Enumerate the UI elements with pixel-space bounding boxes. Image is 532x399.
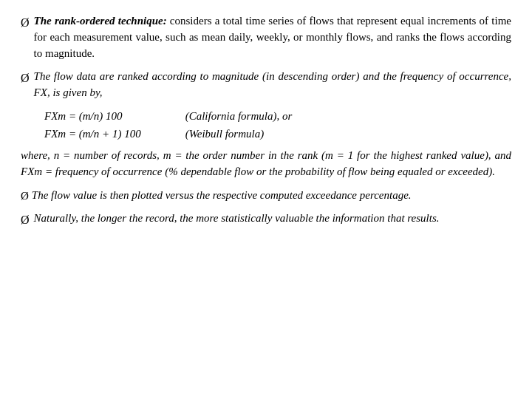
formula-desc-1: (California formula), or	[185, 109, 293, 125]
formula-desc-2: (Weibull formula)	[185, 126, 293, 143]
bullet-1-text: The rank-ordered technique: considers a …	[34, 13, 511, 61]
bullet-1: Ø The rank-ordered technique: considers …	[21, 13, 511, 61]
bullet-char-1: Ø	[21, 14, 30, 31]
bullet-char-2: Ø	[21, 69, 30, 86]
formula-line-2: FXm = (m/n + 1) 100	[44, 126, 141, 143]
bullet-2-text: The flow data are ranked according to ma…	[34, 69, 511, 101]
formula-block: FXm = (m/n) 100 FXm = (m/n + 1) 100 (Cal…	[44, 109, 511, 143]
formula-line-1: FXm = (m/n) 100	[44, 109, 141, 125]
bullet-char-3: Ø	[21, 211, 30, 228]
where-block: where, n = number of records, m = the or…	[21, 148, 511, 180]
formula-right-col: (California formula), or (Weibull formul…	[185, 109, 293, 143]
arrow-bullet-1: Ø The flow value is then plotted versus …	[21, 188, 511, 205]
bullet-3-text: Naturally, the longer the record, the mo…	[34, 211, 511, 227]
arrow-char-1: Ø	[21, 188, 29, 205]
bullet-2: Ø The flow data are ranked according to …	[21, 69, 511, 101]
rank-ordered-label: The rank-ordered technique:	[34, 15, 167, 27]
arrow-bullet-1-text: The flow value is then plotted versus th…	[32, 188, 511, 204]
bullet-3: Ø Naturally, the longer the record, the …	[21, 211, 511, 228]
formula-left-col: FXm = (m/n) 100 FXm = (m/n + 1) 100	[44, 109, 141, 143]
